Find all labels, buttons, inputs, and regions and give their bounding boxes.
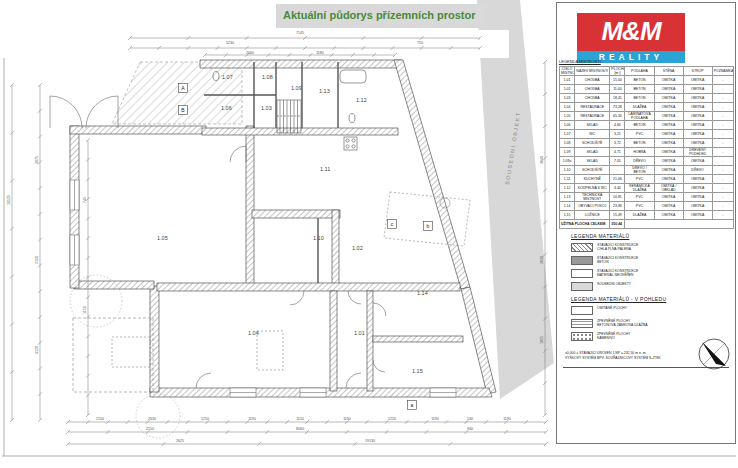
table-cell: OMÍTKA: [683, 139, 712, 148]
room-label-1.13: 1.13: [319, 88, 330, 94]
table-cell: OMÍTKA: [654, 148, 683, 157]
dimension-label: 1190: [248, 417, 256, 421]
table-cell: SKLAD: [575, 148, 610, 157]
table-cell: DŘEVĚNÝ PODHLED: [683, 148, 712, 157]
table-cell: -: [712, 175, 733, 184]
legend-item-label: STÁVAJÍCÍ KONSTRUKCE MATERIÁL NEOVĚŘEN: [597, 269, 638, 278]
table-cell: 1.05: [560, 112, 575, 121]
table-cell: OMÍTKA: [683, 94, 712, 103]
dimension-label: 940: [467, 427, 473, 431]
table-cell: OMÍTKA: [654, 157, 683, 166]
table-cell: -: [610, 166, 625, 175]
table-cell: 7,05: [610, 157, 625, 166]
table-cell: RESTAURACE: [575, 103, 610, 112]
table-cell: OMÍTKA: [654, 130, 683, 139]
table-cell: KUCHYNĚ: [575, 175, 610, 184]
table-cell: OMÍTKA: [683, 76, 712, 85]
table-cell: OMÍTKA: [683, 112, 712, 121]
table-row: 1.12KOUPELNA S WC4,40KERAMICKÁ DLAŽBAOMÍ…: [560, 184, 734, 193]
dimension-label: 1190: [431, 417, 439, 421]
lines-swatch-icon: [571, 319, 593, 328]
table-cell: RESTAURACE: [575, 112, 610, 121]
total-value: 350,44: [610, 220, 625, 229]
table-cell: PVC: [625, 202, 654, 211]
page-title: Aktuální půdorys přízemních prostor: [283, 9, 476, 21]
white-swatch-icon: [571, 269, 593, 278]
table-cell: OMÍTKA: [683, 85, 712, 94]
table-cell: -: [712, 202, 733, 211]
column-header: STROP: [683, 67, 712, 76]
legend-item: STÁVAJÍCÍ KONSTRUKCE BETON: [571, 256, 731, 265]
legend-materials: LEGENDA MATERIÁLŮ STÁVAJÍCÍ KONSTRUKCE C…: [571, 233, 731, 295]
total-empty: [625, 220, 734, 229]
rooms-table: ČÍSLO MÍSTNOSTINÁZEV MÍSTNOSTIPLOCHA [m²…: [559, 66, 734, 229]
table-cell: -: [712, 148, 733, 157]
white-swatch-icon: [571, 306, 593, 315]
table-row: 1.08SCHODIŠTĚ3,72BETONOMÍTKAOMÍTKA-: [560, 139, 734, 148]
table-cell: SCHODIŠTĚ: [575, 139, 610, 148]
room-label-1.10: 1.10: [313, 235, 324, 241]
dimension-label: 4120: [35, 346, 39, 354]
table-cell: OMÍTKA: [683, 121, 712, 130]
table-cell: HOBRA: [625, 148, 654, 157]
table-cell: OMÍTKA: [654, 94, 683, 103]
table-cell: TECHNICKÁ MÍSTNOST: [575, 193, 610, 202]
north-arrow-icon: [695, 335, 733, 373]
legend-item-label: OMÍTANÉ PLOCHY: [597, 306, 627, 310]
dimension-chains: [10, 36, 548, 446]
dimension-label: 10525: [7, 195, 11, 205]
table-cell: 4,40: [610, 184, 625, 193]
table-cell: OMÍTKA / OBKLAD: [654, 184, 683, 193]
table-cell: OMÍTKA: [683, 193, 712, 202]
table-cell: 1.09a: [560, 157, 575, 166]
legend-item-label: STÁVAJÍCÍ KONSTRUKCE CIHLA PLNÁ PÁLENÁ: [597, 243, 638, 252]
dimension-label: 1825: [540, 336, 544, 344]
table-cell: 1.14: [560, 202, 575, 211]
room-label-1.08: 1.08: [262, 74, 273, 80]
legend-materials-view-title: LEGENDA MATERIÁLŮ - V POHLEDU: [571, 296, 731, 302]
room-label-1.11: 1.11: [320, 166, 330, 172]
dimension-label: 2630: [148, 417, 156, 421]
table-cell: KERAMICKÁ DLAŽBA: [625, 184, 654, 193]
table-cell: -: [712, 184, 733, 193]
room-label-1.02: 1.02: [352, 245, 363, 251]
table-cell: CHODBA: [575, 76, 610, 85]
column-header: PLOCHA [m²]: [610, 67, 625, 76]
table-cell: OMÍTKA: [654, 112, 683, 121]
note-line: VÝŠKOVÝ SYSTÉM BPV; SOUŘADNICOVÝ SYSTÉM …: [565, 356, 661, 361]
room-label-1.09: 1.09: [291, 85, 302, 91]
table-cell: SCHODIŠTĚ: [575, 166, 610, 175]
table-cell: OMÍTKA: [654, 76, 683, 85]
room-label-1.05: 1.05: [157, 235, 168, 241]
table-cell: PVC: [625, 175, 654, 184]
stove-icon: [344, 137, 357, 150]
legend-item: STÁVAJÍCÍ KONSTRUKCE CIHLA PLNÁ PÁLENÁ: [571, 243, 731, 252]
room-label-1.07: 1.07: [222, 74, 233, 80]
table-cell: -: [712, 76, 733, 85]
dimension-label: 19130: [365, 439, 375, 443]
dimension-label: 7145: [296, 31, 304, 35]
table-cell: 15,00: [610, 76, 625, 85]
table-cell: DŘEVO: [683, 166, 712, 175]
table-cell: 1.13: [560, 193, 575, 202]
table-cell: 1.03: [560, 94, 575, 103]
section-marker-a: a: [411, 402, 414, 408]
dimension-label: 1210: [201, 417, 209, 421]
table-cell: OMÍTKA: [654, 139, 683, 148]
total-label: UŽITNÁ PLOCHA CELKEM:: [560, 220, 610, 229]
table-cell: 1.11: [560, 175, 575, 184]
table-cell: 1.15: [560, 211, 575, 220]
legend-item-label: ZPEVNĚNÉ PLOCHY KAMENIVO: [597, 332, 630, 341]
table-row: 1.06SKLAD4,60BETONOMÍTKAOMÍTKA-: [560, 121, 734, 130]
table-cell: OMÍTKA: [683, 157, 712, 166]
legend-item: ZPEVNĚNÉ PLOCHY BETONOVÁ ZÁMKOVÁ DLAŽBA: [571, 319, 731, 328]
table-cell: 1.02: [560, 85, 575, 94]
dimension-label: 5230: [226, 41, 234, 45]
table-row: 1.07WC3,21PVCOMÍTKAOMÍTKA-: [560, 130, 734, 139]
table-row: 1.11KUCHYNĚ21,06PVCOMÍTKAOMÍTKA-: [560, 175, 734, 184]
table-cell: KOUPELNA S WC: [575, 184, 610, 193]
table-cell: 1.01: [560, 76, 575, 85]
dimension-label: 2150: [35, 256, 39, 264]
dimension-label: 2060: [246, 51, 254, 55]
table-cell: 4,60: [610, 121, 625, 130]
